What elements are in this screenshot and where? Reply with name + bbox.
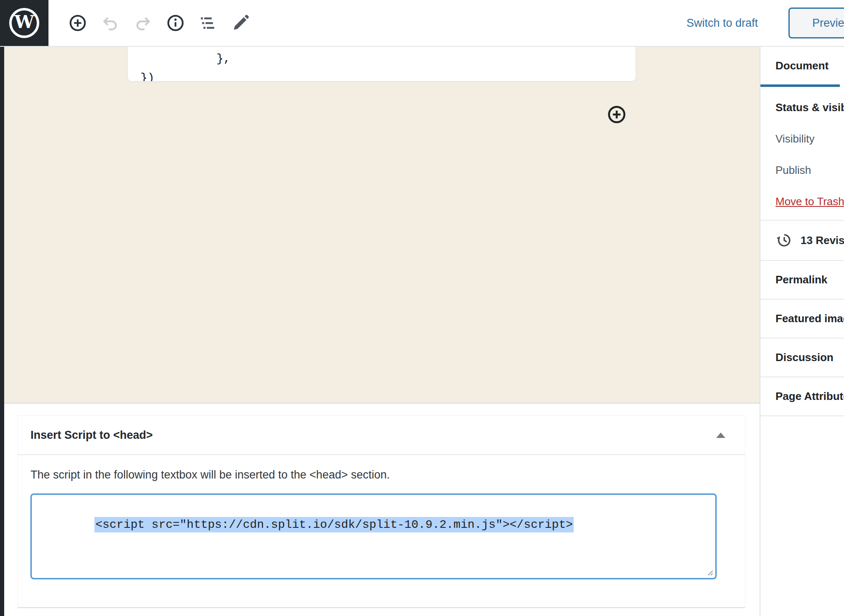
head-script-textarea[interactable]: <script src="https://cdn.split.io/sdk/sp… (31, 494, 717, 579)
undo-icon (101, 13, 120, 33)
admin-menu-strip (0, 0, 4, 616)
metabox-description: The script in the following textbox will… (31, 468, 732, 482)
wordpress-logo-icon: W (9, 8, 39, 38)
metabox-title: Insert Script to <head> (31, 429, 153, 442)
code-editor-block[interactable]: }, }) (127, 47, 636, 81)
list-view-icon (198, 13, 218, 33)
metabox-area: Insert Script to <head> The script in th… (4, 404, 760, 616)
logo-letter: W (14, 13, 34, 31)
edit-mode-button[interactable] (231, 13, 250, 33)
panel-permalink[interactable]: Permalink (760, 261, 844, 300)
code-line: }) (128, 69, 636, 81)
panel-status-title: Status & visibility (775, 101, 844, 114)
info-button[interactable] (166, 13, 185, 33)
collapse-toggle-button[interactable] (711, 425, 731, 445)
resize-handle[interactable] (705, 568, 714, 577)
history-icon (775, 232, 793, 249)
script-value-selected-text: <script src="https://cdn.split.io/sdk/sp… (94, 517, 574, 532)
panel-status-visibility: Status & visibility Visibility Publish M… (760, 87, 844, 221)
panel-revisions[interactable]: 13 Revisions (760, 221, 844, 261)
tab-document[interactable]: Document (760, 47, 840, 87)
list-view-button[interactable] (198, 13, 218, 33)
sidebar-tabbar: Document (760, 47, 844, 87)
page-attributes-label: Page Attributes (775, 390, 844, 403)
redo-button[interactable] (133, 13, 153, 33)
pencil-icon (231, 13, 250, 33)
toolbar-icon-group (68, 0, 250, 46)
tab-document-label: Document (775, 59, 829, 72)
preview-button[interactable]: Preview (788, 8, 844, 38)
info-icon (166, 13, 185, 33)
panel-featured-image[interactable]: Featured image (760, 300, 844, 339)
triangle-up-icon (716, 433, 725, 438)
discussion-label: Discussion (775, 351, 834, 364)
metabox-header: Insert Script to <head> (18, 416, 745, 455)
undo-button[interactable] (101, 13, 120, 33)
featured-image-label: Featured image (775, 312, 844, 325)
insert-script-metabox: Insert Script to <head> The script in th… (18, 415, 745, 608)
settings-sidebar: Document Status & visibility Visibility … (760, 47, 844, 616)
code-line: }, (128, 47, 636, 69)
wordpress-logo-button[interactable]: W (0, 0, 48, 46)
plus-circle-icon (68, 13, 87, 33)
switch-to-draft-link[interactable]: Switch to draft (686, 0, 758, 46)
visibility-row[interactable]: Visibility (775, 132, 844, 145)
plus-circle-icon (607, 104, 627, 125)
add-block-inline-button[interactable] (607, 104, 627, 125)
revisions-label: 13 Revisions (801, 234, 844, 247)
panel-discussion[interactable]: Discussion (760, 339, 844, 377)
editor-toolbar: W (0, 0, 844, 47)
permalink-label: Permalink (775, 273, 827, 286)
redo-icon (133, 13, 153, 33)
move-to-trash-link[interactable]: Move to Trash (775, 195, 844, 208)
panel-page-attributes[interactable]: Page Attributes (760, 377, 844, 416)
editor-canvas: }, }) (4, 47, 760, 404)
add-block-button[interactable] (68, 13, 87, 33)
publish-row[interactable]: Publish (775, 164, 844, 177)
metabox-body: The script in the following textbox will… (18, 455, 745, 579)
